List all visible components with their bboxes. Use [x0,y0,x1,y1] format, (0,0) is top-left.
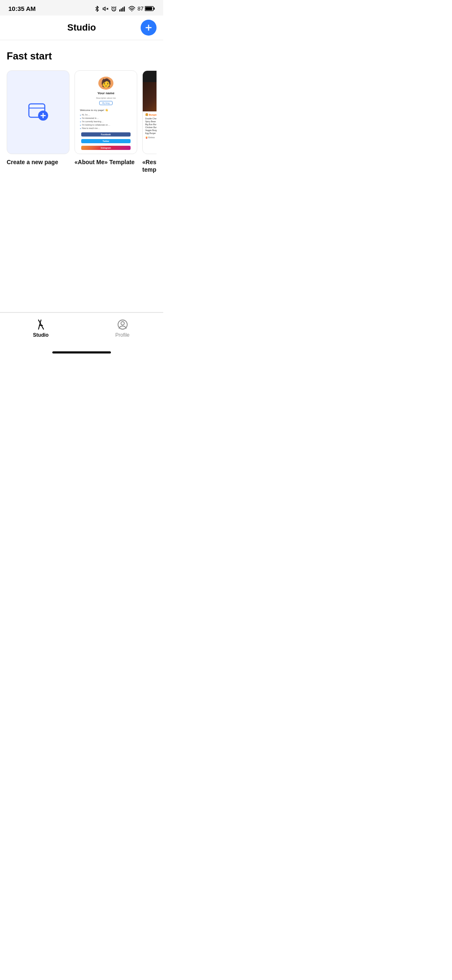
burgers-title: 🍔 Burgers [145,113,157,116]
wifi-icon [128,6,135,12]
about-twitter-btn: Twitter [81,139,131,143]
restaurant-name: 🍔 Burger Station 🍔 [145,75,157,78]
header: Studio [0,15,163,40]
volume-mute-icon [103,6,108,12]
about-list-item: I'm currently learning ... [80,120,132,123]
svg-point-9 [131,10,132,11]
about-desc: Description about me [96,97,116,99]
restaurant-header: Welcome to 🍔 Burger Station 🍔 Juicy and … [143,71,157,82]
home-indicator [52,351,111,353]
nav-studio[interactable]: Studio [0,317,82,340]
status-icons: 87 [94,5,155,12]
create-page-icon [26,100,51,125]
about-instagram-btn: Instagram [81,146,131,150]
about-list-item: I'm looking to collaborate on ... [80,124,132,126]
svg-rect-12 [145,7,152,10]
about-thumbnail: 🧑 Your name Description about me My blog… [74,70,137,154]
bluetooth-icon [94,6,100,12]
profile-nav-icon [117,319,128,330]
about-card-label: «About Me» Template [74,158,137,166]
svg-rect-5 [119,9,120,11]
create-card-label: Create a new page [7,158,69,166]
about-list-item: How to reach me ... [80,127,132,130]
menu-item: Big Bun Burger ⚠ 8.00 [145,123,157,126]
about-welcome: Welcome to my page! 👋 [78,108,134,111]
about-me-card[interactable]: 🧑 Your name Description about me My blog… [74,70,137,173]
menu-item: Egg Burger ✓ 5.00 [145,132,157,134]
add-button[interactable] [141,20,157,36]
alarm-icon [111,6,117,12]
battery-icon [145,6,155,11]
about-avatar: 🧑 [98,77,113,90]
create-icon-wrapper [26,100,51,125]
svg-line-4 [116,6,116,7]
about-list: Hi, I'm ... I'm interested in ... I'm cu… [78,113,134,130]
template-cards-row: Create a new page 🧑 Your name Descriptio… [7,70,157,177]
about-blog-link: My blog [99,101,113,105]
battery-indicator: 87 [138,5,155,12]
menu-item: Chicken Burger 9.00 [145,126,157,129]
status-bar: 10:35 AM [0,0,163,15]
profile-nav-label: Profile [115,332,129,338]
page-title: Studio [67,22,96,33]
restaurant-card-label: «Restaurant» template [142,158,157,173]
restaurant-thumbnail: Welcome to 🍔 Burger Station 🍔 Juicy and … [142,70,157,154]
battery-level: 87 [138,5,144,12]
svg-line-3 [111,6,112,7]
studio-nav-icon [35,319,47,330]
about-list-item: Hi, I'm ... [80,113,132,116]
restaurant-card[interactable]: Welcome to 🍔 Burger Station 🍔 Juicy and … [142,70,157,173]
about-list-item: I'm interested in ... [80,117,132,120]
plus-icon [144,23,153,32]
menu-item: Veggie Burger 5.00 [145,129,157,132]
about-facebook-btn: Facebook [81,132,131,137]
bottom-nav: Studio Profile [0,312,163,348]
restaurant-menu: 🍔 Burgers Double Cheese 4.00 Spicy Bean … [143,111,157,154]
menu-item: Spicy Bean Burger 7.00 [145,120,157,123]
svg-rect-6 [121,8,121,11]
create-thumbnail [7,70,69,154]
signal-icon [119,6,126,12]
profile-icon [117,319,128,330]
create-new-page-card[interactable]: Create a new page [7,70,69,173]
main-content: Fast start Create a new page [0,40,163,312]
about-name: Your name [98,91,115,95]
svg-rect-11 [154,8,155,10]
studio-nav-label: Studio [33,332,49,338]
burger-section-header: 🍔 Burgers [145,113,157,116]
restaurant-burger-image: 🍔 [143,82,157,111]
restaurant-extras: 🍟 Extras [145,136,157,139]
bottom-navigation: Studio Profile [0,312,163,353]
studio-icon [36,319,46,330]
nav-profile[interactable]: Profile [82,317,163,340]
svg-rect-7 [122,7,123,11]
fast-start-title: Fast start [7,50,157,62]
svg-point-24 [121,322,124,325]
svg-rect-8 [123,6,124,11]
restaurant-sub: Juicy and tasty! [145,78,157,80]
status-time: 10:35 AM [8,5,36,12]
menu-item: Double Cheese 4.00 [145,117,157,120]
